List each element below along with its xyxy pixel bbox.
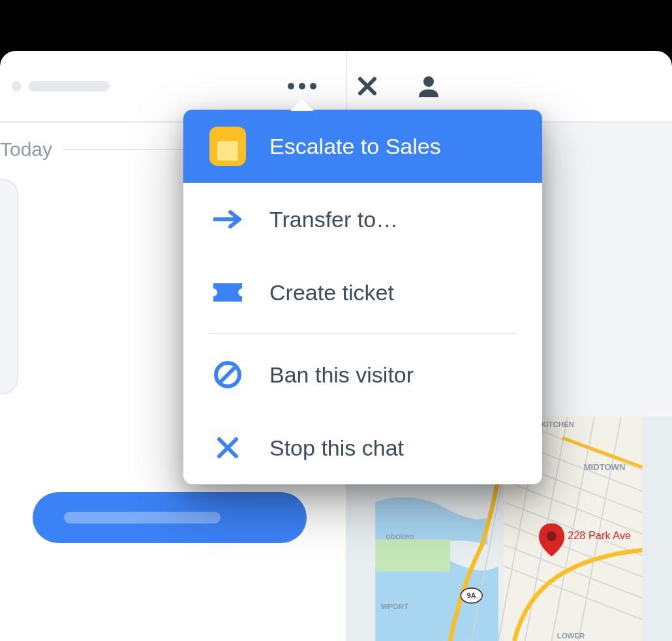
arrow-right-icon	[209, 201, 246, 238]
svg-text:LOWER: LOWER	[557, 632, 585, 640]
menu-item-ban-visitor[interactable]: Ban this visitor	[183, 338, 542, 411]
app-yellow-icon	[209, 128, 246, 164]
actions-dropdown: Escalate to Sales Transfer to… Create ti…	[183, 110, 542, 484]
placeholder	[12, 81, 21, 91]
svg-point-1	[299, 83, 305, 89]
placeholder	[29, 81, 110, 91]
menu-separator	[209, 333, 516, 334]
svg-text:9A: 9A	[467, 591, 476, 599]
message-bubble	[0, 179, 18, 394]
menu-item-label: Ban this visitor	[269, 362, 414, 388]
svg-line-30	[220, 367, 236, 383]
map-address-label: 228 Park Ave	[568, 529, 631, 541]
svg-point-3	[423, 76, 434, 87]
svg-point-0	[288, 83, 294, 89]
menu-item-transfer[interactable]: Transfer to…	[183, 183, 542, 256]
menu-item-label: Stop this chat	[269, 435, 404, 461]
visitor-profile-button[interactable]	[418, 75, 440, 97]
date-label: Today	[0, 138, 52, 161]
svg-text:WPORT: WPORT	[380, 602, 408, 610]
compose-placeholder	[64, 512, 221, 524]
svg-point-2	[310, 83, 316, 89]
svg-rect-6	[375, 539, 450, 571]
more-horizontal-icon	[287, 82, 317, 90]
ban-icon	[209, 356, 246, 393]
person-icon	[418, 75, 440, 97]
svg-text:MIDTOWN: MIDTOWN	[584, 462, 626, 472]
menu-item-label: Create ticket	[269, 280, 394, 305]
menu-item-escalate-sales[interactable]: Escalate to Sales	[183, 110, 542, 183]
ticket-icon	[209, 274, 246, 311]
compose-pill[interactable]	[33, 492, 307, 543]
svg-text:oboken: oboken	[386, 531, 414, 541]
menu-item-create-ticket[interactable]: Create ticket	[183, 256, 542, 329]
menu-item-stop-chat[interactable]: Stop this chat	[183, 411, 542, 484]
menu-item-label: Transfer to…	[269, 207, 398, 232]
toolbar-left-placeholder	[0, 81, 110, 91]
close-icon	[358, 76, 377, 96]
more-options-button[interactable]	[287, 82, 317, 90]
close-icon	[209, 430, 246, 466]
close-chat-button[interactable]	[358, 76, 377, 96]
svg-point-27	[547, 531, 557, 541]
svg-text:KITCHEN: KITCHEN	[541, 420, 574, 428]
menu-item-label: Escalate to Sales	[269, 134, 441, 159]
route-badge: 9A	[461, 588, 482, 603]
